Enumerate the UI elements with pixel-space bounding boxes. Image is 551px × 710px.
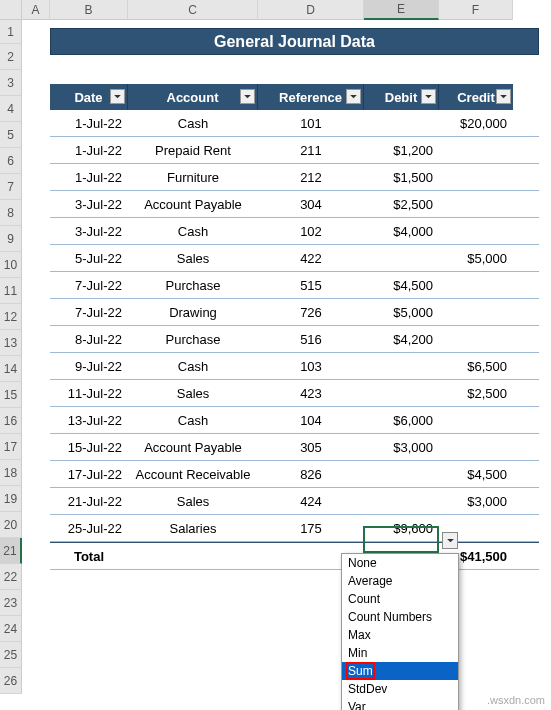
cell-reference[interactable]: 516 [258,326,364,352]
dropdown-item-sum[interactable]: Sum [342,662,458,680]
dropdown-item-stddev[interactable]: StdDev [342,680,458,698]
cell-date[interactable]: 13-Jul-22 [50,407,128,433]
cell-account[interactable]: Purchase [128,326,258,352]
cell-debit[interactable]: $4,200 [364,326,439,352]
row-header-12[interactable]: 12 [0,304,22,330]
cell-credit[interactable] [439,218,513,244]
cell-account[interactable]: Cash [128,353,258,379]
cell-account[interactable]: Salaries [128,515,258,541]
row-header-17[interactable]: 17 [0,434,22,460]
cell-account[interactable]: Furniture [128,164,258,190]
row-header-7[interactable]: 7 [0,174,22,200]
cell-credit[interactable]: $6,500 [439,353,513,379]
cell-reference[interactable]: 826 [258,461,364,487]
dropdown-item-var[interactable]: Var [342,698,458,710]
cell-debit[interactable]: $6,000 [364,407,439,433]
cell-account[interactable]: Drawing [128,299,258,325]
row-header-2[interactable]: 2 [0,44,22,70]
cell-date[interactable]: 7-Jul-22 [50,299,128,325]
col-header-d[interactable]: D [258,0,364,20]
dropdown-item-average[interactable]: Average [342,572,458,590]
cell-date[interactable]: 11-Jul-22 [50,380,128,406]
col-header-c[interactable]: C [128,0,258,20]
cell-account[interactable]: Account Receivable [128,461,258,487]
cell-date[interactable]: 1-Jul-22 [50,164,128,190]
cell-debit[interactable]: $4,000 [364,218,439,244]
cell-account[interactable]: Account Payable [128,191,258,217]
cell-debit[interactable]: $2,500 [364,191,439,217]
filter-credit-button[interactable] [496,89,511,104]
cell-credit[interactable] [439,407,513,433]
col-header-e[interactable]: E [364,0,439,20]
cell-reference[interactable]: 422 [258,245,364,271]
cell-account[interactable]: Sales [128,245,258,271]
cell-reference[interactable]: 175 [258,515,364,541]
col-header-f[interactable]: F [439,0,513,20]
filter-date-button[interactable] [110,89,125,104]
cell-date[interactable]: 9-Jul-22 [50,353,128,379]
dropdown-item-count[interactable]: Count [342,590,458,608]
row-header-15[interactable]: 15 [0,382,22,408]
cell-credit[interactable]: $2,500 [439,380,513,406]
cell-reference[interactable]: 211 [258,137,364,163]
row-header-4[interactable]: 4 [0,96,22,122]
cell-credit[interactable]: $4,500 [439,461,513,487]
row-header-16[interactable]: 16 [0,408,22,434]
cell-date[interactable]: 7-Jul-22 [50,272,128,298]
cell-reference[interactable]: 304 [258,191,364,217]
col-header-a[interactable]: A [22,0,50,20]
cell-debit[interactable] [364,488,439,514]
cell-account[interactable]: Cash [128,407,258,433]
row-header-20[interactable]: 20 [0,512,22,538]
row-header-11[interactable]: 11 [0,278,22,304]
row-header-1[interactable]: 1 [0,20,22,44]
cell-reference[interactable]: 212 [258,164,364,190]
cell-account[interactable]: Prepaid Rent [128,137,258,163]
cell-credit[interactable] [439,299,513,325]
row-header-14[interactable]: 14 [0,356,22,382]
cell-debit[interactable] [364,245,439,271]
aggregate-function-dropdown[interactable]: NoneAverageCountCount NumbersMaxMinSumSt… [341,553,459,710]
cell-date[interactable]: 15-Jul-22 [50,434,128,460]
cell-credit[interactable] [439,137,513,163]
cell-reference[interactable]: 101 [258,110,364,136]
cell-date[interactable]: 3-Jul-22 [50,191,128,217]
cell-account[interactable]: Cash [128,110,258,136]
total-label[interactable]: Total [50,543,128,569]
cell-credit[interactable] [439,326,513,352]
cell-reference[interactable]: 424 [258,488,364,514]
cell-reference[interactable]: 103 [258,353,364,379]
filter-reference-button[interactable] [346,89,361,104]
cell-date[interactable]: 1-Jul-22 [50,137,128,163]
cell-debit[interactable]: $5,000 [364,299,439,325]
cell-account[interactable]: Account Payable [128,434,258,460]
cell-debit[interactable]: $1,200 [364,137,439,163]
cell-credit[interactable] [439,164,513,190]
cell-credit[interactable]: $20,000 [439,110,513,136]
cell-date[interactable]: 25-Jul-22 [50,515,128,541]
row-header-26[interactable]: 26 [0,668,22,694]
dropdown-item-none[interactable]: None [342,554,458,572]
cell-credit[interactable] [439,434,513,460]
cell-reference[interactable]: 423 [258,380,364,406]
row-header-21[interactable]: 21 [0,538,22,564]
cell-date[interactable]: 21-Jul-22 [50,488,128,514]
filter-debit-button[interactable] [421,89,436,104]
row-header-13[interactable]: 13 [0,330,22,356]
cell-reference[interactable]: 104 [258,407,364,433]
row-header-18[interactable]: 18 [0,460,22,486]
cell-account[interactable]: Purchase [128,272,258,298]
cell-credit[interactable]: $5,000 [439,245,513,271]
total-account[interactable] [128,543,258,569]
dropdown-item-max[interactable]: Max [342,626,458,644]
cell-account[interactable]: Sales [128,380,258,406]
cell-reference[interactable]: 102 [258,218,364,244]
cell-credit[interactable] [439,191,513,217]
dropdown-item-min[interactable]: Min [342,644,458,662]
row-header-10[interactable]: 10 [0,252,22,278]
dropdown-item-count-numbers[interactable]: Count Numbers [342,608,458,626]
cell-date[interactable]: 17-Jul-22 [50,461,128,487]
cell-reference[interactable]: 515 [258,272,364,298]
cell-credit[interactable] [439,272,513,298]
cell-debit[interactable]: $9,600 [364,515,439,541]
